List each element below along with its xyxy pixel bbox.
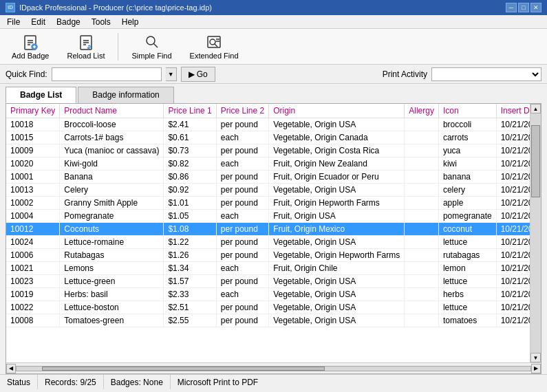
cell-allergy bbox=[405, 118, 439, 131]
go-button[interactable]: ▶ Go bbox=[181, 67, 215, 82]
col-origin[interactable]: Origin bbox=[269, 104, 405, 118]
maximize-button[interactable]: □ bbox=[518, 3, 529, 12]
cell-primary-key: 10006 bbox=[6, 249, 60, 262]
table-row[interactable]: 10019Herbs: basil$2.33eachVegetable, Ori… bbox=[6, 288, 530, 301]
cell-primary-key: 10018 bbox=[6, 118, 60, 131]
scroll-track[interactable] bbox=[530, 113, 541, 353]
quickfind-dropdown[interactable]: ▼ bbox=[166, 67, 177, 81]
go-arrow-icon: ▶ bbox=[189, 69, 195, 79]
cell-origin: Vegetable, Origin Canada bbox=[269, 131, 405, 144]
col-primary-key[interactable]: Primary Key bbox=[6, 104, 60, 118]
cell-primary-key: 10001 bbox=[6, 171, 60, 184]
cell-origin: Vegetable, Origin Costa Rica bbox=[269, 144, 405, 157]
window-controls[interactable]: ─ □ ✕ bbox=[506, 3, 541, 12]
svg-point-11 bbox=[147, 36, 155, 45]
simple-find-button[interactable]: Simple Find bbox=[125, 31, 178, 63]
menu-edit[interactable]: Edit bbox=[27, 17, 50, 28]
cell-icon: lettuce bbox=[438, 301, 496, 314]
table-row[interactable]: 10021Lemons$1.34eachFruit, Origin Chilel… bbox=[6, 262, 530, 275]
cell-primary-key: 10002 bbox=[6, 197, 60, 210]
badges-text: Badges: None bbox=[111, 378, 163, 387]
table-wrapper: Primary Key Product Name Price Line 1 Pr… bbox=[6, 104, 541, 362]
hscroll-thumb[interactable] bbox=[42, 367, 325, 371]
scroll-down-arrow[interactable]: ▼ bbox=[530, 353, 541, 362]
extended-find-label: Extended Find bbox=[190, 52, 239, 60]
cell-product-name: Herbs: basil bbox=[60, 288, 164, 301]
cell-allergy bbox=[405, 314, 439, 327]
table-row[interactable]: 10015Carrots-1# bags$0.61eachVegetable, … bbox=[6, 131, 530, 144]
table-scroll[interactable]: Primary Key Product Name Price Line 1 Pr… bbox=[6, 104, 530, 362]
table-row[interactable]: 10012Coconuts$1.08per poundFruit, Origin… bbox=[6, 223, 530, 236]
add-badge-button[interactable]: Add Badge bbox=[6, 31, 55, 63]
cell-price-line-2: per pound bbox=[216, 144, 268, 157]
cell-insert-date: 10/21/2015 14:29 bbox=[496, 223, 530, 236]
table-row[interactable]: 10001Banana$0.86per poundFruit, Origin E… bbox=[6, 171, 530, 184]
cell-allergy bbox=[405, 171, 439, 184]
tab-badge-information[interactable]: Badge information bbox=[78, 87, 173, 103]
menu-file[interactable]: File bbox=[3, 17, 24, 28]
menu-badge[interactable]: Badge bbox=[52, 17, 85, 28]
table-row[interactable]: 10018Broccoli-loose$2.41per poundVegetab… bbox=[6, 118, 530, 131]
cell-product-name: Rutabagas bbox=[60, 249, 164, 262]
extended-find-icon bbox=[206, 34, 222, 50]
toolbar: Add Badge Reload List Simple Find bbox=[0, 29, 547, 65]
table-row[interactable]: 10002Granny Smith Apple$1.01per poundFru… bbox=[6, 197, 530, 210]
table-row[interactable]: 10022Lettuce-boston$2.51per poundVegetab… bbox=[6, 301, 530, 314]
cell-insert-date: 10/21/2015 14:35 bbox=[496, 262, 530, 275]
cell-price-line-2: per pound bbox=[216, 223, 268, 236]
panel-area: Primary Key Product Name Price Line 1 Pr… bbox=[6, 103, 541, 374]
reload-list-label: Reload List bbox=[67, 52, 105, 60]
hscroll-track[interactable] bbox=[16, 366, 531, 371]
cell-price-line-1: $0.82 bbox=[164, 157, 216, 171]
cell-product-name: Tomatoes-green bbox=[60, 314, 164, 327]
cell-origin: Fruit, Origin New Zealand bbox=[269, 157, 405, 171]
col-insert-date[interactable]: Insert Date bbox=[496, 104, 530, 118]
scroll-left-arrow[interactable]: ◀ bbox=[6, 364, 16, 373]
cell-price-line-2: per pound bbox=[216, 314, 268, 327]
cell-primary-key: 10008 bbox=[6, 314, 60, 327]
cell-insert-date: 10/21/2015 14:33 bbox=[496, 118, 530, 131]
table-row[interactable]: 10008Tomatoes-green$2.55per poundVegetab… bbox=[6, 314, 530, 327]
cell-product-name: Coconuts bbox=[60, 223, 164, 236]
cell-product-name: Lemons bbox=[60, 262, 164, 275]
cell-price-line-2: per pound bbox=[216, 171, 268, 184]
vertical-scrollbar[interactable]: ▲ ▼ bbox=[530, 104, 541, 362]
table-row[interactable]: 10013Celery$0.92per poundVegetable, Orig… bbox=[6, 184, 530, 197]
go-label: Go bbox=[197, 69, 208, 79]
horizontal-scrollbar[interactable]: ◀ ▶ bbox=[6, 362, 541, 373]
table-row[interactable]: 10006Rutabagas$1.26per poundVegetable, O… bbox=[6, 249, 530, 262]
table-row[interactable]: 10020Kiwi-gold$0.82eachFruit, Origin New… bbox=[6, 157, 530, 171]
menu-help[interactable]: Help bbox=[118, 17, 143, 28]
table-row[interactable]: 10004Pomegranate$1.05eachFruit, Origin U… bbox=[6, 210, 530, 223]
reload-list-button[interactable]: Reload List bbox=[61, 31, 111, 63]
scroll-right-arrow[interactable]: ▶ bbox=[531, 364, 541, 373]
status-text: Status bbox=[7, 378, 30, 387]
cell-primary-key: 10019 bbox=[6, 288, 60, 301]
cell-price-line-1: $0.92 bbox=[164, 184, 216, 197]
cell-product-name: Pomegranate bbox=[60, 210, 164, 223]
close-button[interactable]: ✕ bbox=[530, 3, 541, 12]
table-row[interactable]: 10023Lettuce-green$1.57per poundVegetabl… bbox=[6, 275, 530, 288]
add-badge-label: Add Badge bbox=[12, 52, 49, 60]
scroll-thumb[interactable] bbox=[531, 125, 540, 197]
cell-price-line-1: $2.41 bbox=[164, 118, 216, 131]
menu-tools[interactable]: Tools bbox=[87, 17, 115, 28]
cell-insert-date: 10/21/2015 14:34 bbox=[496, 157, 530, 171]
cell-price-line-2: per pound bbox=[216, 197, 268, 210]
table-row[interactable]: 10009Yuca (manioc or cassava)$0.73per po… bbox=[6, 144, 530, 157]
col-product-name[interactable]: Product Name bbox=[60, 104, 164, 118]
table-row[interactable]: 10024Lettuce-romaine$1.22per poundVegeta… bbox=[6, 236, 530, 249]
minimize-button[interactable]: ─ bbox=[506, 3, 517, 12]
cell-price-line-1: $1.05 bbox=[164, 210, 216, 223]
cell-price-line-2: per pound bbox=[216, 275, 268, 288]
quickfind-input[interactable] bbox=[52, 67, 162, 81]
col-icon[interactable]: Icon bbox=[438, 104, 496, 118]
cell-allergy bbox=[405, 223, 439, 236]
col-price-line-1[interactable]: Price Line 1 bbox=[164, 104, 216, 118]
col-price-line-2[interactable]: Price Line 2 bbox=[216, 104, 268, 118]
col-allergy[interactable]: Allergy bbox=[405, 104, 439, 118]
tab-badge-list[interactable]: Badge List bbox=[6, 87, 76, 103]
scroll-up-arrow[interactable]: ▲ bbox=[530, 104, 541, 113]
extended-find-button[interactable]: Extended Find bbox=[184, 31, 245, 63]
print-activity-select[interactable] bbox=[431, 67, 541, 81]
